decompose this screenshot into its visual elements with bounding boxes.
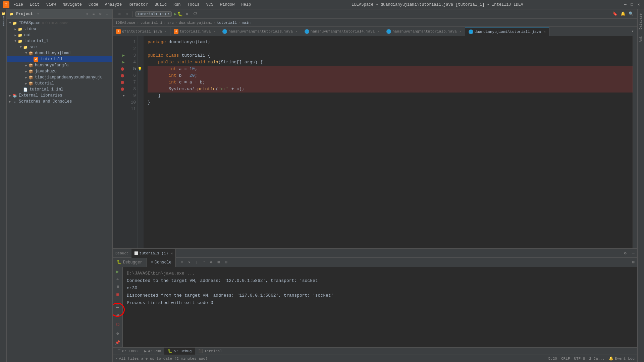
arrow-tutorial1[interactable]: ▼ [13,39,17,43]
debug-expand-icon[interactable]: ⊞ [629,258,637,267]
arrow-ideaspace[interactable]: ▼ [8,21,12,25]
bc-tutorial1-class[interactable]: tutorial1 [217,21,237,25]
search-everywhere-button[interactable]: 🔍 [627,10,635,18]
tree-item-package-han[interactable]: ▶ 📦 hanshuyufangfa [7,62,112,68]
breakpoint-6[interactable] [121,74,124,77]
debug-btn-frames[interactable]: ⊟ [223,259,229,266]
debug-pin-btn[interactable]: 📌 [114,340,121,346]
right-panel-database[interactable]: Database [638,11,644,32]
breakpoint-5[interactable] [121,67,124,71]
tree-item-package-java[interactable]: ▶ 📦 javashuzu [7,68,112,74]
menu-analyze[interactable]: Analyze [104,2,123,8]
panel-settings-icon[interactable]: — [104,11,110,17]
debug-minimize-icon[interactable]: — [629,249,637,258]
debug-print-btn[interactable]: 🖨 [114,312,121,319]
gear-icon[interactable]: ⚙ [98,11,103,17]
debug-btn-step-out[interactable]: ↑ [201,259,207,266]
debug-settings-icon[interactable]: ⚙ [621,249,629,258]
status-inspection[interactable]: 2 Ca... [589,357,604,361]
arrow-src[interactable]: ▼ [19,45,23,49]
menu-help[interactable]: Help [240,2,252,8]
window-controls[interactable]: ─ □ ✕ [623,2,641,7]
debug-btn-wrap[interactable]: ≡ [178,259,185,266]
status-position[interactable]: 5:20 [548,357,557,361]
bottom-tab-debug[interactable]: 🐛 5: Debug [164,348,195,355]
debug-stop2-btn[interactable]: ⬡ [114,321,121,328]
file-tree[interactable]: ▼ 📁 IDEASpace D:\IDEASpace ▶ 📁 .idea ▶ 📁… [7,19,112,362]
menu-refactor[interactable]: Refactor [127,2,149,8]
menu-view[interactable]: View [45,2,57,8]
tab-tutorial2[interactable]: J tutorial2.java ✕ [170,27,219,36]
arrow-han[interactable]: ▶ [24,63,28,67]
right-panel-ant[interactable]: Ant [638,34,644,45]
debug-tab-debugger[interactable]: 🐛 Debugger [113,258,147,267]
project-header-icons[interactable]: ⊞ ≡ ⚙ — [84,11,110,17]
tab-close-2[interactable]: ✕ [213,29,215,34]
bottom-tab-terminal[interactable]: ⬛ Terminal [195,348,225,355]
debug-list-btn[interactable]: ☰ [114,303,121,310]
debug-stop-btn[interactable]: ■ [114,292,121,298]
profile-button[interactable]: ⏱ [192,10,199,18]
menu-run[interactable]: Run [172,2,182,8]
menu-navigate[interactable]: Navigate [61,2,83,8]
status-event-log[interactable]: 🔔 Event Log [609,356,635,361]
debug-session-close[interactable]: ✕ [171,251,173,255]
collapse-all-icon[interactable]: ≡ [91,11,96,17]
tree-item-out[interactable]: ▶ 📁 out [7,32,112,38]
close-button[interactable]: ✕ [636,2,641,7]
arrow-idea[interactable]: ▶ [13,27,17,31]
sync-icon[interactable]: ⊞ [84,11,90,17]
menu-window[interactable]: Window [219,2,236,8]
run-button[interactable]: ▶ [174,11,176,17]
notifications-button[interactable]: 🔔 [619,10,627,18]
warning-bulb-5[interactable]: 💡 [138,66,142,72]
arrow-tutorial-pkg[interactable]: ▶ [24,81,28,85]
bc-ideaspace[interactable]: IDEASpace [115,21,135,25]
debug-btn-step-into[interactable]: ↓ [193,259,200,266]
editor-content[interactable]: ▶ ▶ ▶ [113,36,637,248]
run-config-selector[interactable]: tutorial1 (1) ▾ [135,11,172,17]
tree-item-iml[interactable]: 📄 tutorial_1.iml [7,86,112,93]
breakpoint-8[interactable] [121,87,124,91]
tree-item-tutorial1[interactable]: ▼ 📁 tutorial_1 [7,38,112,44]
menu-build[interactable]: Build [153,2,168,8]
tab-overflow-button[interactable]: ▾ [628,27,637,36]
coverage-button[interactable]: ⊛ [183,10,191,18]
bc-main[interactable]: main [242,21,251,25]
arrow-duan[interactable]: ▼ [24,51,28,55]
tree-item-tutorial1-java[interactable]: J tutorial1 [7,56,112,62]
structure-icon[interactable]: Structure [0,18,6,24]
arrow-out[interactable]: ▶ [13,33,17,37]
menu-code[interactable]: Code [87,2,100,8]
menu-edit[interactable]: Edit [29,2,41,8]
debug-btn-evaluate[interactable]: ⊞ [215,259,222,266]
back-button[interactable]: ◁ [115,10,123,18]
minimize-button[interactable]: ─ [623,2,628,7]
status-line-endings[interactable]: CRLF [561,357,570,361]
editor-scrollbar[interactable] [633,36,637,248]
debug-settings-btn[interactable]: ⚙ [114,330,121,337]
debug-resume-btn[interactable]: ▶ [114,268,121,275]
arrow-ext-libs[interactable]: ▶ [8,94,12,98]
bookmark-button[interactable]: 🔖 [611,10,619,18]
menu-tools[interactable]: Tools [186,2,201,8]
tab-close-1[interactable]: ✕ [165,29,167,34]
code-editor[interactable]: package duandianyujiami; public class tu… [144,36,633,248]
debug-tab-expand[interactable]: ⊞ [629,258,637,267]
arrow-tiao[interactable]: ▶ [24,75,28,79]
debug-step-over-btn[interactable]: ↷ [114,276,121,283]
tab-tutorial3[interactable]: 🌐 hanshuyufangfa\tutorial3.java ✕ [219,27,301,36]
menu-vcs[interactable]: VCS [205,2,215,8]
tree-item-idea[interactable]: ▶ 📁 .idea [7,26,112,32]
bc-src[interactable]: src [167,21,174,25]
tab-close-6[interactable]: ✕ [544,30,546,34]
tree-item-src[interactable]: ▼ 📁 src [7,44,112,50]
debug-tab-session[interactable]: ⬜ tutorial1 (1) ✕ [131,249,176,258]
debug-sub-tabs[interactable]: 🐛 Debugger ≡ Console ≡ ↷ ↓ ↑ ⊕ ⊞ ⊟ [113,258,637,267]
tab-tutorial1-duan[interactable]: 🌐 duandianyujiami\tutorial1.java ✕ [465,27,549,36]
debug-button[interactable]: 🐛 [177,11,183,17]
tree-item-package-duan[interactable]: ▼ 📦 duandianyujiami [7,50,112,56]
debug-pause-btn[interactable]: ⏸ [114,284,121,290]
bottom-tab-todo[interactable]: ☰ 6: TODO [114,348,141,355]
status-encoding[interactable]: UTF-8 [574,357,585,361]
